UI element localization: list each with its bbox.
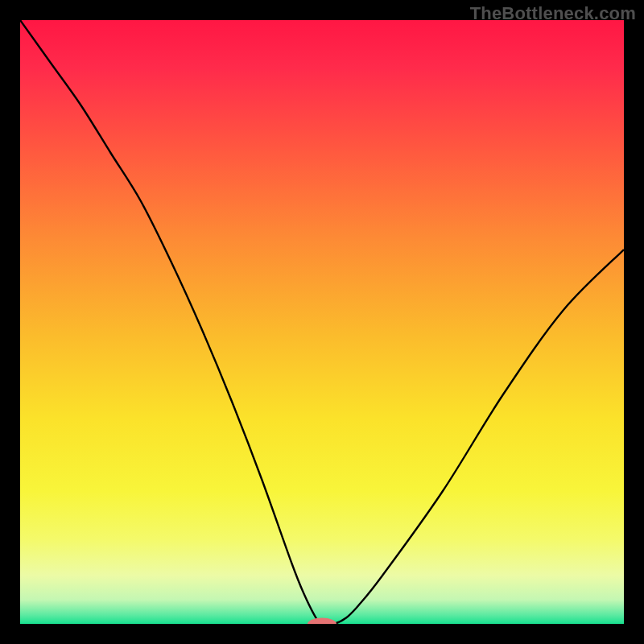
chart-background [20,20,624,624]
watermark-text: TheBottleneck.com [470,3,636,24]
plot-area [20,20,624,624]
app-frame: TheBottleneck.com [0,0,644,644]
bottleneck-chart [20,20,624,624]
